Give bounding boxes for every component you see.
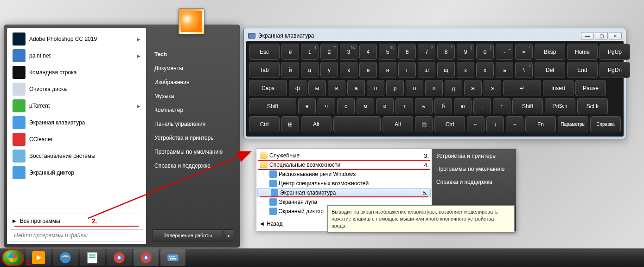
key-Tab[interactable]: Tab	[249, 62, 280, 78]
taskbar-item-osk[interactable]	[160, 249, 185, 266]
key-т[interactable]: т	[395, 98, 413, 114]
key-д[interactable]: д	[445, 80, 462, 96]
key-Ctrl[interactable]: Ctrl	[249, 116, 280, 132]
key-ю[interactable]: ю	[454, 98, 472, 114]
key-↓[interactable]: ↓	[486, 116, 504, 132]
key-6[interactable]: :6	[398, 44, 416, 60]
key-Pause[interactable]: Pause	[575, 80, 606, 96]
start-right-item-0[interactable]: Документы	[153, 61, 233, 75]
key-.[interactable]: ,.	[473, 98, 491, 114]
key-space[interactable]	[333, 116, 381, 132]
osk-titlebar[interactable]: Экранная клавиатура — ▢ ✕	[246, 31, 624, 41]
taskbar-item-ie[interactable]	[53, 249, 78, 266]
close-button[interactable]: ✕	[609, 32, 622, 39]
start-right-item-5[interactable]: Устройства и принтеры	[153, 131, 233, 145]
key-ё[interactable]: `ё	[281, 44, 299, 60]
key--[interactable]: _-	[496, 44, 513, 60]
key-PgDn[interactable]: PgDn	[599, 62, 630, 78]
key-п[interactable]: п	[367, 80, 384, 96]
key-ы[interactable]: ы	[308, 80, 326, 96]
key-ц[interactable]: ц	[301, 62, 319, 78]
user-name[interactable]: Tech	[153, 47, 233, 61]
key-к[interactable]: к	[340, 62, 357, 78]
key-р[interactable]: р	[386, 80, 404, 96]
shutdown-options-button[interactable]: ▸	[224, 229, 233, 241]
key-Alt[interactable]: Alt	[383, 116, 413, 132]
start-menu-app-3[interactable]: Очистка диска	[10, 81, 143, 98]
key-Параметры[interactable]: Параметры	[558, 116, 588, 132]
key-ш[interactable]: ш	[418, 62, 435, 78]
key-Caps[interactable]: Caps	[249, 80, 287, 96]
key-ж[interactable]: ж	[464, 80, 482, 96]
key-Fn[interactable]: Fn	[525, 116, 556, 132]
key-0[interactable]: )0	[476, 44, 494, 60]
key-Справка[interactable]: Справка	[590, 116, 621, 132]
start-right-item-2[interactable]: Музыка	[153, 89, 233, 103]
key-й[interactable]: й	[281, 62, 299, 78]
submenu-item-0[interactable]: Служебные3.	[256, 151, 432, 160]
key-PrtScn[interactable]: PrtScn	[545, 98, 575, 114]
key-ScLk[interactable]: ScLk	[577, 98, 608, 114]
key-н[interactable]: н	[379, 62, 396, 78]
key-г[interactable]: г	[398, 62, 416, 78]
key-в[interactable]: в	[328, 80, 345, 96]
key-Alt[interactable]: Alt	[301, 116, 332, 132]
key-ь[interactable]: ь	[415, 98, 433, 114]
start-menu-app-5[interactable]: Экранная клавиатура	[10, 114, 143, 131]
key-ъ[interactable]: ъ	[496, 62, 513, 78]
key-Esc[interactable]: Esc	[249, 44, 280, 60]
submenu-right-item-2[interactable]: Справка и поддержка	[436, 179, 511, 185]
start-menu-app-1[interactable]: paint.net▶	[10, 47, 143, 64]
key-4[interactable]: ;4	[359, 44, 377, 60]
submenu-item-3[interactable]: Центр специальных возможностей	[256, 179, 432, 188]
key-PgUp[interactable]: PgUp	[599, 44, 630, 60]
start-right-item-4[interactable]: Панель управления	[153, 117, 233, 131]
submenu-right-item-0[interactable]: Устройства и принтеры	[436, 153, 511, 159]
key-Shift[interactable]: Shift	[512, 98, 543, 114]
key-з[interactable]: з	[457, 62, 474, 78]
key-=[interactable]: +=	[515, 44, 533, 60]
key-э[interactable]: э	[484, 80, 501, 96]
submenu-item-2[interactable]: Распознавание речи Windows	[256, 169, 432, 179]
key-Home[interactable]: Home	[567, 44, 598, 60]
key-3[interactable]: №3	[340, 44, 357, 60]
key-5[interactable]: %5	[379, 44, 396, 60]
key-Insert[interactable]: Insert	[543, 80, 574, 96]
key-\[interactable]: /\	[515, 62, 533, 78]
key-х[interactable]: х	[476, 62, 494, 78]
taskbar-item-libreoffice[interactable]	[80, 249, 105, 266]
key-Ctrl[interactable]: Ctrl	[434, 116, 465, 132]
submenu-item-1[interactable]: Специальные возможности4.	[256, 160, 432, 169]
start-menu-app-4[interactable]: µTorrent▶	[10, 98, 143, 114]
key-ф[interactable]: ф	[289, 80, 306, 96]
key-л[interactable]: л	[425, 80, 443, 96]
shutdown-button[interactable]: Завершение работы	[153, 229, 223, 241]
start-right-item-3[interactable]: Компьютер	[153, 103, 233, 117]
start-menu-app-8[interactable]: Экранный диктор	[10, 164, 143, 181]
submenu-right-item-1[interactable]: Программы по умолчанию	[436, 166, 511, 172]
key-1[interactable]: !1	[301, 44, 319, 60]
submenu-item-4[interactable]: Экранная клавиатура5.	[257, 188, 431, 197]
key-и[interactable]: и	[376, 98, 394, 114]
key-8[interactable]: *8	[437, 44, 455, 60]
user-picture[interactable]	[179, 8, 204, 34]
key-а[interactable]: а	[347, 80, 365, 96]
key-щ[interactable]: щ	[437, 62, 455, 78]
maximize-button[interactable]: ▢	[595, 32, 608, 39]
taskbar-item-chrome-active[interactable]	[134, 249, 159, 266]
start-menu-app-0[interactable]: Adobe Photoshop CC 2019▶	[10, 31, 143, 47]
key-Shift[interactable]: Shift	[249, 98, 296, 114]
key-↑[interactable]: ↑	[493, 98, 510, 114]
key-9[interactable]: (9	[457, 44, 474, 60]
key-м[interactable]: м	[357, 98, 374, 114]
key-я[interactable]: я	[298, 98, 316, 114]
start-menu-app-6[interactable]: CCleaner	[10, 131, 143, 148]
start-right-item-7[interactable]: Справка и поддержка	[153, 159, 233, 173]
key-7[interactable]: ?7	[418, 44, 435, 60]
key-2[interactable]: "2	[320, 44, 338, 60]
key-Bksp[interactable]: Bksp	[535, 44, 565, 60]
start-menu-app-2[interactable]: Командная строка	[10, 64, 143, 81]
key-→[interactable]: →	[506, 116, 523, 132]
key-б[interactable]: б	[434, 98, 452, 114]
key-Del[interactable]: Del	[535, 62, 565, 78]
